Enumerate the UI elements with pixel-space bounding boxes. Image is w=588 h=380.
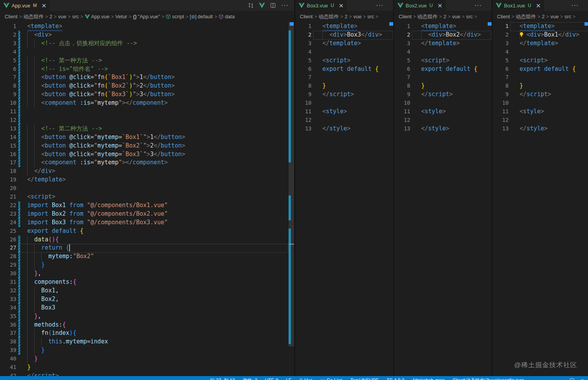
- breadcrumb-item[interactable]: vue: [354, 14, 362, 19]
- code-line[interactable]: 38this.mytemp=index: [0, 338, 294, 346]
- code-editor[interactable]: 1<template>2<div>Box1</div>3</template>4…: [492, 22, 588, 376]
- code-line[interactable]: 32Box1,: [0, 287, 294, 295]
- code-line[interactable]: 17<component :is="mytemp"></component>: [0, 158, 294, 167]
- status-item[interactable]: TS 4.9.3: [387, 378, 404, 380]
- code-line[interactable]: 4: [394, 48, 492, 56]
- code-line[interactable]: 15<button @click="mytemp=`Box2`">2</butt…: [0, 142, 294, 150]
- status-item[interactable]: Attr:kebab-case: [412, 378, 445, 380]
- status-item[interactable]: {}Vue: [299, 378, 312, 380]
- code-line[interactable]: 29}: [0, 261, 294, 269]
- breadcrumb-item[interactable]: Vetur: [116, 14, 127, 19]
- code-line[interactable]: 5<script>: [394, 56, 492, 65]
- code-line[interactable]: 8}: [492, 82, 588, 90]
- code-line[interactable]: 3<!-- 点击，切换相对应的组件 -->: [0, 39, 294, 48]
- code-line[interactable]: 6export default {: [492, 65, 588, 74]
- code-line[interactable]: 42</script>: [0, 372, 294, 376]
- code-line[interactable]: 5<script>: [492, 56, 588, 65]
- breadcrumb-item[interactable]: 动态组件: [417, 13, 438, 20]
- code-line[interactable]: 11<style>: [394, 107, 492, 116]
- more-action[interactable]: ···: [571, 2, 579, 9]
- breadcrumb-item[interactable]: src: [466, 14, 473, 19]
- code-line[interactable]: 12: [492, 116, 588, 125]
- breadcrumb-item[interactable]: 2: [49, 14, 52, 19]
- breadcrumb-item[interactable]: data: [219, 14, 234, 19]
- code-line[interactable]: 12: [0, 116, 294, 125]
- code-line[interactable]: 11<style>: [295, 107, 394, 116]
- code-line[interactable]: 10: [394, 99, 492, 107]
- code-line[interactable]: 37fn(index){: [0, 329, 294, 338]
- code-line[interactable]: 10: [295, 99, 394, 107]
- tab-Box2.vue[interactable]: Box2.vueU✕: [394, 0, 446, 11]
- code-line[interactable]: 13</style>: [492, 125, 588, 133]
- code-line[interactable]: 22import Box1 from "@/components/Box1.vu…: [0, 201, 294, 210]
- code-line[interactable]: 40}: [0, 355, 294, 363]
- status-item[interactable]: Go Live: [320, 378, 343, 380]
- code-line[interactable]: 26data(){: [0, 236, 294, 244]
- code-line[interactable]: 1<template>: [394, 22, 492, 31]
- code-line[interactable]: 6export default {: [295, 65, 394, 74]
- breadcrumb-item[interactable]: Client: [300, 14, 313, 19]
- code-line[interactable]: 21<script>: [0, 193, 294, 201]
- scrollbar[interactable]: [388, 22, 394, 376]
- code-line[interactable]: 12: [295, 116, 394, 125]
- code-line[interactable]: 1<template>: [295, 22, 394, 31]
- breadcrumb-item[interactable]: 2: [542, 14, 544, 19]
- code-line[interactable]: 24import Box3 from "@/components/Box3.vu…: [0, 218, 294, 227]
- code-line[interactable]: 41}: [0, 363, 294, 372]
- breadcrumb-item[interactable]: 2: [443, 14, 446, 19]
- breadcrumb-item[interactable]: vue: [452, 14, 460, 19]
- code-line[interactable]: 11: [0, 107, 294, 116]
- breadcrumb-item[interactable]: Client: [497, 14, 510, 19]
- code-line[interactable]: 8}: [394, 82, 492, 90]
- close-icon[interactable]: ✕: [536, 3, 541, 9]
- code-line[interactable]: 33Box2,: [0, 295, 294, 304]
- breadcrumb-item[interactable]: 动态组件: [23, 13, 44, 20]
- code-line[interactable]: 18</div>: [0, 167, 294, 176]
- tab-Box1.vue[interactable]: Box1.vueU✕: [492, 0, 544, 11]
- code-line[interactable]: 10<component :is="mytemp"></component>: [0, 99, 294, 107]
- close-icon[interactable]: ✕: [438, 3, 443, 9]
- code-line[interactable]: 20: [0, 184, 294, 193]
- code-line[interactable]: 2<div>Box2</div>: [394, 31, 492, 39]
- code-line[interactable]: 14<button @click="mytemp=`Box1`">1</butt…: [0, 133, 294, 142]
- code-line[interactable]: 35},: [0, 312, 294, 321]
- breadcrumb-item[interactable]: Client: [5, 14, 18, 19]
- code-line[interactable]: 9</script>: [492, 90, 588, 99]
- scrollbar[interactable]: [583, 22, 588, 376]
- code-line[interactable]: 5<!-- 第一种方法 -->: [0, 56, 294, 65]
- code-line[interactable]: 31components:{: [0, 278, 294, 287]
- tab-App.vue[interactable]: App.vueM✕: [0, 0, 50, 11]
- status-item[interactable]: Client\动态组件\2\vue\jsconfig.json: [453, 377, 524, 380]
- breadcrumb-item[interactable]: 2: [345, 14, 347, 19]
- close-icon[interactable]: ✕: [339, 3, 344, 9]
- code-line[interactable]: 8}: [295, 82, 394, 90]
- code-line[interactable]: 5<script>: [295, 56, 394, 65]
- status-item[interactable]: Tag:UNSURE: [350, 378, 379, 380]
- code-line[interactable]: 3</template>: [492, 39, 588, 48]
- breadcrumb-item[interactable]: Client: [399, 14, 411, 19]
- code-line[interactable]: 7: [295, 73, 394, 82]
- code-line[interactable]: 9</script>: [394, 90, 492, 99]
- code-line[interactable]: 12: [394, 116, 492, 125]
- code-line[interactable]: 4: [0, 48, 294, 56]
- split-editor-action[interactable]: [270, 3, 276, 8]
- code-line[interactable]: 6export default {: [394, 65, 492, 74]
- code-line[interactable]: 39}: [0, 346, 294, 355]
- code-line[interactable]: 30},: [0, 269, 294, 278]
- breadcrumb-item[interactable]: vue: [58, 14, 66, 19]
- code-line[interactable]: 11<style>: [492, 107, 588, 116]
- code-line[interactable]: 1<template>: [492, 22, 588, 31]
- code-line[interactable]: 28mytemp:"Box2": [0, 252, 294, 261]
- code-line[interactable]: 6<!-- is="组件名" -->: [0, 65, 294, 74]
- code-line[interactable]: 36methods:{: [0, 321, 294, 329]
- breadcrumb-item[interactable]: 动态组件: [516, 13, 536, 20]
- close-icon[interactable]: ✕: [42, 3, 47, 9]
- code-line[interactable]: 10: [492, 99, 588, 107]
- breadcrumb-item[interactable]: [⊘]default: [190, 14, 213, 19]
- code-line[interactable]: 13<!-- 第二种方法 -->: [0, 125, 294, 133]
- code-line[interactable]: 2<div>Box3</div>: [295, 31, 394, 39]
- open-changes-action[interactable]: [248, 3, 254, 8]
- breadcrumb-item[interactable]: vue: [551, 14, 559, 19]
- more-action[interactable]: ···: [376, 2, 383, 9]
- breadcrumb-item[interactable]: src: [368, 14, 374, 19]
